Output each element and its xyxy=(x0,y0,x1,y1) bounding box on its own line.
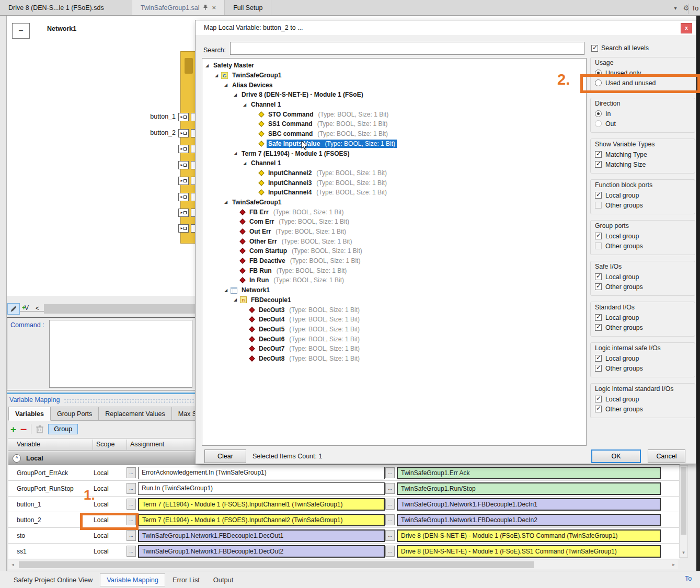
tree-item[interactable]: DecOut7(Type: BOOL, Size: 1 Bit) xyxy=(202,344,586,354)
assignment-browse-button[interactable]: ... xyxy=(385,483,395,494)
assignment-browse-button[interactable]: ... xyxy=(127,499,136,510)
assignment-browse-button[interactable]: ... xyxy=(385,514,395,525)
chevron-down-icon[interactable]: ▾ xyxy=(674,5,676,11)
table-row[interactable]: GroupPort_ErrAckLocal...ErrorAcknowledge… xyxy=(8,465,680,481)
assignment1-cell[interactable]: Run.In (TwinSafeGroup1) xyxy=(138,482,385,495)
input-pin-icon[interactable]: ▸ xyxy=(178,209,189,217)
assignment1-cell[interactable]: Term 7 (EL1904) - Module 1 (FSOES).Input… xyxy=(138,514,385,526)
assignment-browse-button[interactable]: ... xyxy=(385,530,395,541)
radio-icon[interactable] xyxy=(595,120,602,127)
status-tab[interactable]: Safety Project Online View xyxy=(7,574,99,586)
mapping-tab[interactable]: Group Ports xyxy=(51,407,99,421)
input-pin-icon[interactable]: ▸ xyxy=(178,224,189,233)
checkbox-icon[interactable] xyxy=(595,233,602,239)
assignment-browse-button[interactable]: ... xyxy=(385,546,395,557)
tree-item[interactable]: FB Err(Type: BOOL, Size: 1 Bit) xyxy=(202,207,586,217)
checkbox-icon[interactable] xyxy=(595,273,602,280)
checkbox-icon[interactable] xyxy=(595,314,602,321)
tree-item[interactable]: ◢Network1 xyxy=(202,285,586,295)
assignment-browse-button[interactable]: ... xyxy=(127,530,136,541)
clear-button[interactable]: Clear xyxy=(204,449,246,463)
assignment2-cell[interactable]: TwinSafeGroup1.Network1.FBDecouple1.DecI… xyxy=(397,514,661,526)
checkbox-icon[interactable] xyxy=(595,151,602,158)
input-pin-icon[interactable]: ▸ xyxy=(178,145,189,153)
vertical-scrollbar[interactable]: ▾ xyxy=(679,465,688,558)
table-row[interactable]: ss1Local...TwinSafeGroup1.Network1.FBDec… xyxy=(8,544,680,559)
tree-item[interactable]: FB Run(Type: BOOL, Size: 1 Bit) xyxy=(202,266,586,275)
assignment2-cell[interactable]: TwinSafeGroup1.Network1.FBDecouple1.DecI… xyxy=(397,498,661,511)
tree-expanded-icon[interactable]: ◢ xyxy=(234,93,240,97)
tree-item[interactable]: ◢Channel 1 xyxy=(202,158,586,168)
command-input[interactable] xyxy=(49,320,192,388)
scroll-right-arrow[interactable]: ▸ xyxy=(669,560,678,569)
column-header-variable[interactable]: Variable xyxy=(17,441,40,448)
filter-option[interactable]: Matching Size xyxy=(595,159,691,169)
toolbox-tab-bottom[interactable]: To xyxy=(685,575,697,582)
filter-option[interactable]: Other groups xyxy=(595,241,691,251)
filter-option[interactable]: Other groups xyxy=(595,404,691,414)
tree-item[interactable]: DecOut3(Type: BOOL, Size: 1 Bit) xyxy=(202,305,586,315)
assignment-browse-button[interactable]: ... xyxy=(127,467,136,478)
table-row[interactable]: button_1Local...Term 7 (EL1904) - Module… xyxy=(8,497,680,512)
filter-option[interactable]: Local group xyxy=(595,313,691,322)
tree-item[interactable]: InputChannel2(Type: BOOL, Size: 1 Bit) xyxy=(202,168,586,178)
checkbox-icon[interactable] xyxy=(595,355,602,362)
tree-item[interactable]: DecOut4(Type: BOOL, Size: 1 Bit) xyxy=(202,315,586,325)
horizontal-scrollbar[interactable]: ◂ ▸ xyxy=(8,560,678,569)
table-row[interactable]: GroupPort_RunStopLocal...Run.In (TwinSaf… xyxy=(8,481,680,497)
filter-option[interactable]: Matching Type xyxy=(595,149,691,159)
ok-button[interactable]: OK xyxy=(591,449,641,463)
tree-item[interactable]: FB Deactive(Type: BOOL, Size: 1 Bit) xyxy=(202,256,586,266)
mapping-tab[interactable]: Variables xyxy=(8,407,51,421)
assignment1-cell[interactable]: Term 7 (EL1904) - Module 1 (FSOES).Input… xyxy=(138,498,385,511)
add-icon[interactable]: + xyxy=(10,424,16,434)
tree-expanded-icon[interactable]: ◢ xyxy=(205,63,212,68)
network-collapse-button[interactable]: − xyxy=(12,23,30,39)
tree-item[interactable]: SS1 Command(Type: BOOL, Size: 1 Bit) xyxy=(202,119,586,129)
filter-option[interactable]: Out xyxy=(595,119,691,129)
close-icon[interactable]: x xyxy=(681,23,692,33)
add-variable-tool[interactable]: +V xyxy=(22,304,29,312)
pin-icon[interactable] xyxy=(203,4,208,11)
status-tab[interactable]: Error List xyxy=(166,574,206,586)
tree-item[interactable]: ◢Drive 8 (DEN-S-NET-E) - Module 1 (FSoE) xyxy=(202,90,586,100)
input-pin-icon[interactable]: ▸ xyxy=(178,129,189,137)
filter-option[interactable]: Local group xyxy=(595,272,691,282)
assignment1-cell[interactable]: ErrorAcknowledgement.In (TwinSafeGroup1) xyxy=(138,467,385,479)
collapse-left-tool[interactable]: < xyxy=(36,305,39,312)
tree-item[interactable]: DecOut6(Type: BOOL, Size: 1 Bit) xyxy=(202,334,586,344)
toolbox-tab-top[interactable]: To xyxy=(688,4,699,14)
filter-option[interactable]: Other groups xyxy=(595,282,691,292)
tree-item[interactable]: Com Startup(Type: BOOL, Size: 1 Bit) xyxy=(202,246,586,256)
tree-item[interactable]: DecOut8(Type: BOOL, Size: 1 Bit) xyxy=(202,354,586,364)
tree-item[interactable]: ◢nFBDecouple1 xyxy=(202,295,586,305)
filter-option[interactable]: Other groups xyxy=(595,363,691,373)
input-pin-icon[interactable]: ▸ xyxy=(178,177,189,185)
tree-expanded-icon[interactable]: ◢ xyxy=(234,297,240,302)
edit-mode-button[interactable] xyxy=(7,303,20,315)
assignment-browse-button[interactable]: ... xyxy=(127,546,136,557)
checkbox-icon[interactable] xyxy=(591,45,598,52)
checkbox-icon[interactable] xyxy=(595,192,602,199)
input-pin-icon[interactable]: ▸ xyxy=(178,113,189,121)
tree-expanded-icon[interactable]: ◢ xyxy=(215,73,221,78)
tree-item[interactable]: Safe Inputs Value(Type: BOOL, Size: 1 Bi… xyxy=(202,139,586,149)
input-pin-icon[interactable]: ▸ xyxy=(178,161,189,169)
tree-expanded-icon[interactable]: ◢ xyxy=(224,83,231,87)
filter-option[interactable]: Other groups xyxy=(595,200,691,210)
tree-item[interactable]: Com Err(Type: BOOL, Size: 1 Bit) xyxy=(202,217,586,227)
tree-expanded-icon[interactable]: ◢ xyxy=(234,151,240,156)
filter-option[interactable]: Local group xyxy=(595,231,691,241)
assignment2-cell[interactable]: TwinSafeGroup1.Err Ack xyxy=(397,467,661,479)
assignment-browse-button[interactable]: ... xyxy=(385,467,395,478)
tree-expanded-icon[interactable]: ◢ xyxy=(243,102,249,107)
scroll-left-arrow[interactable]: ◂ xyxy=(8,560,17,569)
assignment-browse-button[interactable]: ... xyxy=(385,499,395,510)
tree-item[interactable]: ◢Term 7 (EL1904) - Module 1 (FSOES) xyxy=(202,148,586,158)
tree-expanded-icon[interactable]: ◢ xyxy=(243,161,249,166)
status-tab[interactable]: Output xyxy=(207,574,239,586)
assignment1-cell[interactable]: TwinSafeGroup1.Network1.FBDecouple1.DecO… xyxy=(138,529,385,542)
filter-option[interactable]: Local group xyxy=(595,394,691,404)
document-tab[interactable]: Full Setup xyxy=(225,0,271,15)
column-header-scope[interactable]: Scope xyxy=(96,441,114,448)
